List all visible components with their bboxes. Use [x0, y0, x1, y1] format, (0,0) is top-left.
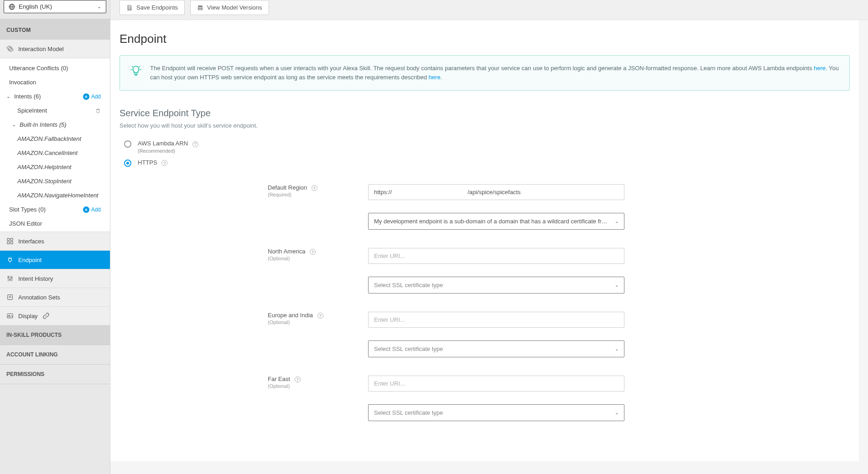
fe-ssl-select[interactable]: Select SSL certificate type ⌄	[368, 404, 624, 421]
gear-icon	[6, 45, 14, 52]
page-body: Endpoint The Endpoint will receive POST …	[110, 20, 859, 461]
save-endpoints-button[interactable]: Save Endpoints	[120, 0, 185, 15]
radio-lambda-row[interactable]: AWS Lambda ARN ? (Recommended)	[120, 137, 859, 156]
svg-point-7	[8, 277, 9, 278]
radio-https[interactable]	[124, 160, 131, 167]
nav-intents[interactable]: ⌄ Intents (6) + Add	[0, 89, 110, 103]
svg-rect-15	[198, 9, 202, 10]
info-link-lambda[interactable]: here	[814, 65, 826, 72]
nav-interaction-model[interactable]: Interaction Model	[0, 40, 110, 58]
globe-icon	[9, 4, 15, 10]
region-europe-india: Europe and India ? (Optional) Select SSL…	[120, 306, 859, 370]
region-na-label: North America ? (Optional)	[120, 248, 354, 262]
svg-rect-6	[10, 242, 13, 244]
nav-display[interactable]: Display	[0, 307, 110, 325]
nav-slot-types[interactable]: Slot Types (0) + Add	[0, 202, 110, 216]
fe-uri-input[interactable]	[368, 376, 624, 392]
language-label: English (UK)	[19, 3, 52, 10]
region-north-america: North America ? (Optional) Select SSL ce…	[120, 242, 859, 306]
nav-builtin-intents[interactable]: ⌄ Built-In Intents (5)	[0, 118, 110, 132]
help-icon[interactable]: ?	[312, 185, 317, 191]
grid-icon	[6, 237, 14, 245]
svg-point-9	[11, 277, 13, 278]
nav-builtin-help[interactable]: AMAZON.HelpIntent	[0, 160, 110, 174]
toolbar: Save Endpoints View Model Versions	[110, 0, 868, 20]
help-icon[interactable]: ?	[192, 141, 198, 147]
regions: Default Region ? (Required) My developme…	[120, 179, 859, 434]
link-icon	[42, 312, 50, 319]
chevron-down-icon: ⌄	[615, 410, 619, 415]
versions-icon	[197, 5, 203, 11]
default-region-ssl-select[interactable]: My development endpoint is a sub-domain …	[368, 213, 624, 230]
lightbulb-icon	[130, 65, 142, 77]
svg-rect-3	[7, 238, 10, 241]
plug-icon	[6, 256, 14, 263]
svg-rect-13	[198, 5, 202, 6]
radio-lambda[interactable]	[124, 140, 131, 148]
help-icon[interactable]: ?	[310, 249, 316, 255]
region-far-east: Far East ? (Optional) Select SSL certifi…	[120, 370, 859, 434]
nav-annotation-sets[interactable]: Annotation Sets	[0, 288, 110, 307]
help-icon[interactable]: ?	[295, 376, 301, 382]
help-icon[interactable]: ?	[161, 160, 167, 166]
eu-ssl-select[interactable]: Select SSL certificate type ⌄	[368, 340, 624, 357]
svg-rect-5	[7, 242, 10, 244]
chevron-down-icon: ⌄	[97, 4, 101, 10]
sliders-icon	[6, 275, 14, 282]
custom-header: CUSTOM	[0, 19, 110, 40]
main-content: Save Endpoints View Model Versions Endpo…	[110, 0, 868, 474]
image-icon	[6, 312, 14, 319]
chevron-down-icon: ⌄	[12, 122, 16, 127]
nav-builtin-fallback[interactable]: AMAZON.FallbackIntent	[0, 132, 110, 146]
region-fe-label: Far East ? (Optional)	[120, 376, 354, 389]
note-icon	[6, 294, 14, 301]
section-subtitle: Select how you will host your skill's se…	[120, 122, 859, 129]
svg-rect-10	[8, 295, 13, 300]
svg-rect-14	[198, 7, 202, 8]
add-slot-type-button[interactable]: + Add	[83, 206, 101, 213]
nav-builtin-navhome[interactable]: AMAZON.NavigateHomeIntent	[0, 188, 110, 202]
nav-builtin-stop[interactable]: AMAZON.StopIntent	[0, 174, 110, 188]
section-title: Service Endpoint Type	[120, 108, 859, 118]
svg-rect-4	[10, 238, 13, 241]
na-ssl-select[interactable]: Select SSL certificate type ⌄	[368, 277, 624, 294]
info-banner: The Endpoint will receive POST requests …	[120, 55, 850, 91]
add-intent-button[interactable]: + Add	[83, 93, 101, 100]
svg-point-8	[10, 279, 11, 280]
plus-icon: +	[83, 206, 89, 213]
radio-https-row[interactable]: HTTPS ?	[120, 156, 859, 170]
eu-uri-input[interactable]	[368, 312, 624, 328]
chevron-down-icon: ⌄	[615, 219, 619, 224]
section-account-linking[interactable]: ACCOUNT LINKING	[0, 345, 110, 365]
chevron-down-icon: ⌄	[6, 94, 10, 99]
region-eu-label: Europe and India ? (Optional)	[120, 312, 354, 325]
help-icon[interactable]: ?	[317, 313, 323, 319]
nav-json-editor[interactable]: JSON Editor	[0, 216, 110, 231]
language-selector[interactable]: English (UK) ⌄	[4, 0, 106, 13]
nav-interfaces[interactable]: Interfaces	[0, 232, 110, 251]
plus-icon: +	[83, 93, 89, 100]
nav-intent-history[interactable]: Intent History	[0, 269, 110, 288]
nav-invocation[interactable]: Invocation	[0, 75, 110, 89]
view-model-versions-button[interactable]: View Model Versions	[190, 0, 269, 15]
chevron-down-icon: ⌄	[615, 283, 619, 288]
region-default-label: Default Region ? (Required)	[120, 184, 354, 198]
info-text: The Endpoint will receive POST requests …	[150, 64, 839, 82]
nav-utterance-conflicts[interactable]: Utterance Conflicts (0)	[0, 61, 110, 75]
chevron-down-icon: ⌄	[615, 346, 619, 351]
info-link-https[interactable]: here	[429, 74, 441, 81]
interaction-model-subnav: Utterance Conflicts (0) Invocation ⌄ Int…	[0, 58, 110, 232]
nav-endpoint[interactable]: Endpoint	[0, 251, 110, 269]
save-icon	[126, 5, 133, 11]
nav-intent-spice[interactable]: SpiceIntent	[0, 103, 110, 118]
section-permissions[interactable]: PERMISSIONS	[0, 365, 110, 384]
sidebar: English (UK) ⌄ CUSTOM Interaction Model …	[0, 0, 110, 474]
default-region-uri-input[interactable]	[368, 184, 624, 200]
region-default: Default Region ? (Required) My developme…	[120, 179, 859, 242]
section-in-skill-products[interactable]: IN-SKILL PRODUCTS	[0, 325, 110, 345]
nav-builtin-cancel[interactable]: AMAZON.CancelIntent	[0, 146, 110, 160]
trash-icon[interactable]	[95, 108, 101, 113]
page-title: Endpoint	[120, 32, 859, 55]
na-uri-input[interactable]	[368, 248, 624, 264]
